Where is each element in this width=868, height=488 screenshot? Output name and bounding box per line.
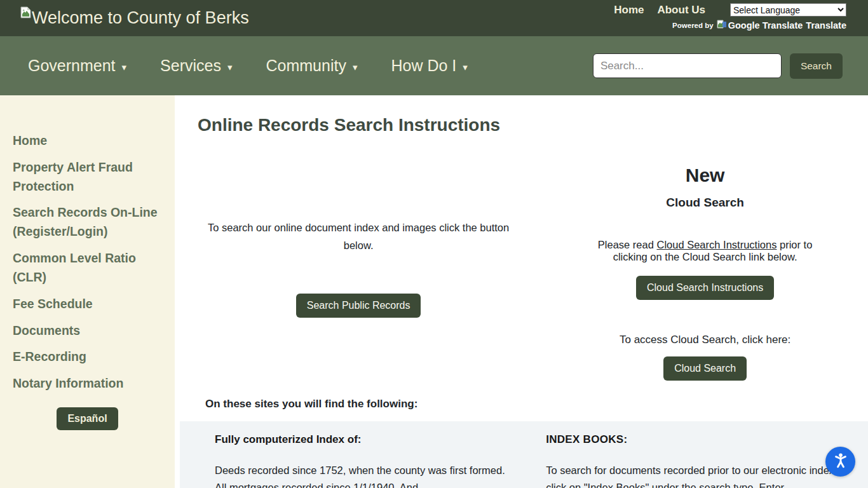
site-search-form: Search (593, 53, 843, 79)
cloud-search-subheading: Cloud Search (542, 196, 868, 210)
sidebar-item-e-recording[interactable]: E-Recording (13, 348, 162, 367)
nav-item-government[interactable]: Government ▾ (28, 57, 126, 75)
page-title: Online Records Search Instructions (198, 115, 868, 135)
accessibility-widget-button[interactable] (825, 447, 855, 477)
cloud-search-column: New Cloud Search Please read Cloud Searc… (542, 135, 868, 381)
sidebar-item-fee-schedule[interactable]: Fee Schedule (13, 295, 162, 314)
cloud-search-access-text: To access Cloud Search, click here: (542, 334, 868, 346)
topbar-link-home[interactable]: Home (614, 4, 644, 17)
nav-item-community[interactable]: Community ▾ (266, 57, 358, 75)
espanol-button[interactable]: Español (57, 407, 118, 430)
google-translate-alt-text: Google Translate (728, 20, 803, 30)
computerized-index-column: Fully computerized Index of: Deeds recor… (180, 433, 546, 488)
sidebar-item-property-alert-fraud-protection[interactable]: Property Alert Fraud Protection (13, 158, 162, 196)
sidebar-item-notary-information[interactable]: Notary Information (13, 374, 162, 393)
sidebar-item-documents[interactable]: Documents (13, 322, 162, 341)
site-title: Welcome to County of Berks (32, 8, 249, 28)
nav-item-services[interactable]: Services ▾ (160, 57, 232, 75)
sidebar-item-home[interactable]: Home (13, 132, 162, 151)
public-records-column: To search our online document index and … (175, 135, 542, 381)
nav-item-how-do-i[interactable]: How Do I ▾ (391, 57, 467, 75)
search-button[interactable]: Search (790, 53, 843, 79)
records-info-section: Fully computerized Index of: Deeds recor… (180, 421, 868, 488)
nav-label: Services (160, 57, 221, 75)
accessibility-person-icon (832, 452, 850, 471)
broken-image-icon (20, 6, 31, 21)
search-input[interactable] (593, 53, 782, 78)
page-body: Home Property Alert Fraud Protection Sea… (0, 95, 868, 488)
main-content: Online Records Search Instructions To se… (175, 95, 868, 488)
nav-label: How Do I (391, 57, 456, 75)
google-translate-attribution: Powered by Google Translate Translate (672, 20, 846, 31)
chevron-down-icon: ▾ (353, 59, 358, 73)
cloud-search-instructions-link[interactable]: Cloud Search Instructions (656, 239, 776, 250)
chevron-down-icon: ▾ (227, 59, 233, 73)
sidebar-item-common-level-ratio[interactable]: Common Level Ratio (CLR) (13, 249, 162, 287)
cloud-search-instructions-button[interactable]: Cloud Search Instructions (636, 276, 774, 300)
sidebar-item-search-records-online[interactable]: Search Records On-Line (Register/Login) (13, 203, 162, 241)
index-books-heading: INDEX BOOKS: (546, 433, 845, 446)
public-records-intro: To search our online document index and … (198, 219, 519, 255)
top-bar: Welcome to County of Berks Home About Us… (0, 0, 868, 36)
chevron-down-icon: ▾ (463, 59, 468, 73)
index-books-column: INDEX BOOKS: To search for documents rec… (546, 433, 868, 488)
find-following-heading: On these sites you will find the followi… (205, 398, 868, 410)
search-public-records-button[interactable]: Search Public Records (296, 294, 421, 318)
cloud-search-button[interactable]: Cloud Search (663, 356, 747, 381)
powered-by-label: Powered by (672, 22, 714, 29)
sidebar: Home Property Alert Fraud Protection Sea… (0, 95, 175, 488)
cloud-search-note: Please read Cloud Search Instructions pr… (581, 239, 830, 262)
main-navigation: Government ▾ Services ▾ Community ▾ How … (0, 36, 868, 95)
new-heading: New (542, 165, 868, 186)
topbar-utilities: Home About Us Select Language Powered by… (614, 0, 846, 36)
computerized-index-text: Deeds recorded since 1752, when the coun… (215, 462, 508, 488)
nav-label: Community (266, 57, 346, 75)
google-translate-icon (717, 20, 727, 31)
language-select[interactable]: Select Language (730, 3, 846, 17)
nav-label: Government (28, 57, 116, 75)
search-options-row: To search our online document index and … (175, 135, 868, 381)
site-logo-link[interactable]: Welcome to County of Berks (20, 0, 249, 36)
translate-label[interactable]: Translate (806, 20, 846, 30)
chevron-down-icon: ▾ (122, 59, 127, 73)
topbar-link-about-us[interactable]: About Us (657, 4, 705, 17)
note-before-link: Please read (598, 239, 657, 250)
index-books-text: To search for documents recorded prior t… (546, 462, 839, 488)
computerized-index-heading: Fully computerized Index of: (215, 433, 546, 446)
